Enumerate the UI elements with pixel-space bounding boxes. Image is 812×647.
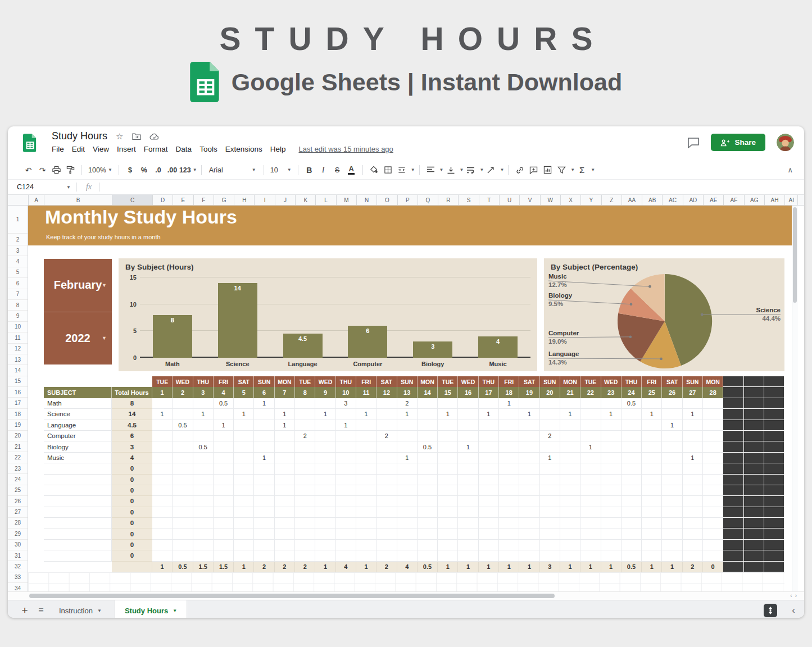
value-cell[interactable] bbox=[642, 441, 662, 452]
decrease-decimal-button[interactable]: .0 bbox=[151, 163, 165, 177]
value-cell-empty[interactable] bbox=[418, 496, 438, 507]
value-cell-empty[interactable] bbox=[662, 540, 682, 550]
dark-cell[interactable] bbox=[723, 463, 743, 474]
value-cell[interactable] bbox=[519, 441, 539, 452]
row-header-21[interactable]: 21 bbox=[8, 441, 28, 452]
row-header-20[interactable]: 20 bbox=[8, 431, 28, 441]
value-cell-empty[interactable] bbox=[622, 496, 642, 507]
value-cell-empty[interactable] bbox=[519, 507, 539, 518]
day-header-11[interactable]: FRI bbox=[356, 376, 376, 387]
daily-total-cell[interactable]: 4 bbox=[336, 562, 356, 572]
column-header-AI[interactable]: AI bbox=[785, 195, 798, 205]
value-cell-empty[interactable] bbox=[540, 528, 560, 539]
value-cell-empty[interactable] bbox=[458, 507, 478, 518]
value-cell-empty[interactable] bbox=[315, 507, 335, 518]
dark-cell[interactable] bbox=[764, 420, 784, 431]
value-cell[interactable] bbox=[703, 420, 723, 431]
menu-help[interactable]: Help bbox=[266, 144, 290, 154]
value-cell-empty[interactable] bbox=[479, 463, 499, 474]
total-cell-empty[interactable]: 0 bbox=[112, 528, 152, 539]
value-cell-empty[interactable] bbox=[254, 485, 274, 496]
value-cell-empty[interactable] bbox=[519, 475, 539, 485]
date-header-11[interactable]: 11 bbox=[356, 387, 376, 398]
value-cell[interactable] bbox=[622, 453, 642, 463]
filter-caret[interactable]: ▼ bbox=[570, 167, 575, 172]
menu-data[interactable]: Data bbox=[172, 144, 196, 154]
value-cell-empty[interactable] bbox=[642, 475, 662, 485]
dark-cell[interactable] bbox=[764, 507, 784, 518]
column-header-I[interactable]: I bbox=[255, 195, 275, 205]
value-cell-empty[interactable] bbox=[703, 475, 723, 485]
value-cell-empty[interactable] bbox=[275, 463, 295, 474]
value-cell-empty[interactable] bbox=[601, 518, 622, 528]
value-cell[interactable] bbox=[662, 409, 682, 420]
daily-total-cell[interactable]: 2 bbox=[254, 562, 274, 572]
value-cell[interactable] bbox=[580, 398, 601, 409]
value-cell-empty[interactable] bbox=[642, 528, 662, 539]
dark-cell[interactable] bbox=[744, 475, 764, 485]
value-cell[interactable] bbox=[152, 420, 173, 431]
value-cell[interactable] bbox=[499, 420, 519, 431]
dark-cell[interactable] bbox=[764, 398, 784, 409]
horizontal-align-caret[interactable]: ▼ bbox=[439, 167, 444, 172]
vertical-scrollbar-handle[interactable] bbox=[793, 207, 797, 303]
value-cell[interactable] bbox=[458, 453, 478, 463]
value-cell-empty[interactable] bbox=[418, 485, 438, 496]
row-header-10[interactable]: 10 bbox=[8, 322, 28, 332]
row-header-11[interactable]: 11 bbox=[8, 332, 28, 343]
value-cell[interactable] bbox=[519, 420, 539, 431]
value-cell-empty[interactable] bbox=[397, 485, 418, 496]
merge-cells-caret[interactable]: ▼ bbox=[411, 167, 415, 172]
value-cell-empty[interactable] bbox=[173, 507, 193, 518]
total-cell[interactable]: 14 bbox=[112, 409, 152, 420]
value-cell[interactable] bbox=[214, 409, 234, 420]
row-header-13[interactable]: 13 bbox=[8, 354, 28, 365]
value-cell[interactable] bbox=[315, 431, 335, 441]
value-cell-empty[interactable] bbox=[214, 475, 234, 485]
value-cell[interactable] bbox=[601, 431, 622, 441]
value-cell[interactable]: 1 bbox=[601, 409, 622, 420]
subject-cell[interactable]: Music bbox=[44, 453, 112, 463]
redo-icon[interactable]: ↷ bbox=[35, 163, 49, 177]
value-cell[interactable] bbox=[662, 431, 682, 441]
value-cell-empty[interactable] bbox=[601, 528, 622, 539]
value-cell-empty[interactable] bbox=[295, 463, 315, 474]
value-cell-empty[interactable] bbox=[356, 475, 376, 485]
value-cell[interactable] bbox=[315, 420, 335, 431]
value-cell-empty[interactable] bbox=[683, 496, 703, 507]
value-cell[interactable] bbox=[275, 431, 295, 441]
value-cell-empty[interactable] bbox=[458, 540, 478, 550]
day-header-25[interactable]: FRI bbox=[642, 376, 662, 387]
date-header-22[interactable]: 22 bbox=[580, 387, 601, 398]
value-cell-empty[interactable] bbox=[662, 475, 682, 485]
value-cell[interactable] bbox=[397, 441, 418, 452]
value-cell-empty[interactable] bbox=[540, 463, 560, 474]
row-header-26[interactable]: 26 bbox=[8, 496, 28, 507]
value-cell-empty[interactable] bbox=[214, 496, 234, 507]
value-cell-empty[interactable] bbox=[499, 475, 519, 485]
column-header-AH[interactable]: AH bbox=[765, 195, 785, 205]
value-cell-empty[interactable] bbox=[622, 463, 642, 474]
value-cell-empty[interactable] bbox=[622, 540, 642, 550]
row-header-27[interactable]: 27 bbox=[8, 507, 28, 517]
value-cell[interactable] bbox=[540, 409, 560, 420]
value-cell-empty[interactable] bbox=[214, 550, 234, 561]
daily-total-cell[interactable]: 1 bbox=[560, 562, 580, 572]
insert-link-icon[interactable] bbox=[512, 163, 527, 177]
date-header-10[interactable]: 10 bbox=[336, 387, 356, 398]
daily-total-cell[interactable]: 4 bbox=[397, 562, 418, 572]
value-cell[interactable] bbox=[254, 431, 274, 441]
dark-cell[interactable] bbox=[723, 420, 743, 431]
column-header-P[interactable]: P bbox=[398, 195, 418, 205]
value-cell-empty[interactable] bbox=[315, 463, 335, 474]
value-cell[interactable] bbox=[214, 431, 234, 441]
totals-row-label[interactable] bbox=[44, 562, 112, 572]
value-cell[interactable] bbox=[173, 431, 193, 441]
value-cell-empty[interactable] bbox=[479, 540, 499, 550]
value-cell-empty[interactable] bbox=[683, 507, 703, 518]
value-cell[interactable] bbox=[295, 453, 315, 463]
value-cell-empty[interactable] bbox=[601, 475, 622, 485]
functions-caret[interactable]: ▼ bbox=[591, 167, 595, 172]
dark-cell[interactable] bbox=[764, 496, 784, 507]
merge-cells-icon[interactable] bbox=[395, 163, 409, 177]
